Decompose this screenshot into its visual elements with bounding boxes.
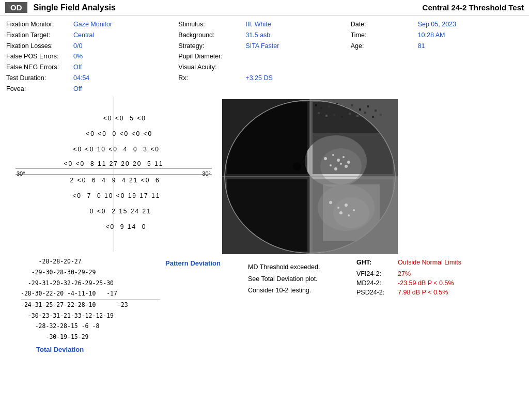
psd-label: PSD24-2: [356,289,398,296]
md-label: MD24-2: [356,279,398,287]
age-row: Age: 81 [351,41,523,51]
svg-point-29 [345,204,348,207]
fixation-monitor-value: Gaze Monitor [73,20,112,29]
md-message-panel: MD Threshold exceeded. See Total Deviati… [232,256,346,353]
rx-value: +3.25 DS [245,73,272,83]
svg-point-28 [337,207,339,209]
date-value: Sep 05, 2023 [418,20,456,29]
svg-rect-45 [341,116,343,118]
svg-rect-50 [380,114,382,116]
ght-label: GHT: [356,259,398,266]
background-value: 31.5 asb [245,30,270,40]
vf-plot-container: 30° 30° [222,99,398,254]
visual-field-plot-panel: 30° 30° [222,97,524,254]
md-row: MD24-2: -23.59 dB P < 0.5% [356,279,524,287]
time-row: Time: 10:28 AM [351,30,523,40]
eye-label: OD [5,2,27,13]
threshold-row-4: <0 <0 8 11 27 20 20 5 11 [15,160,212,169]
svg-rect-33 [315,104,317,106]
md-message-line1: MD Threshold exceeded. [248,261,341,273]
fixation-losses-row: Fixation Losses: 0/0 [6,41,178,51]
false-pos-label: False POS Errors: [6,52,73,61]
dev-row-4: -28-30-22-20 -4-11-10 -17 [21,288,160,300]
pupil-diameter-label: Pupil Diameter: [178,52,245,61]
axis-30-left: 30° [17,170,25,177]
fixation-monitor-label: Fixation Monitor: [6,20,73,29]
axis-30-right: 30° [202,170,211,177]
strategy-label: Strategy: [178,41,245,51]
visual-acuity-row: Visual Acuity: [178,63,350,72]
ght-row: GHT: Outside Normal Limits [356,259,524,266]
dev-row-7: -28-32-28-15 -6 -8 [21,321,160,332]
info-col-1: Fixation Monitor: Gaze Monitor Fixation … [6,20,178,95]
vf-grayscale-svg [222,99,398,254]
stimulus-row: Stimulus: III, White [178,20,350,29]
date-row: Date: Sep 05, 2023 [351,20,523,29]
threshold-row-1: <0 <0 5 <0 [15,115,212,122]
stimulus-label: Stimulus: [178,20,245,29]
info-col-2: Stimulus: III, White Background: 31.5 as… [178,20,350,95]
background-label: Background: [178,30,245,40]
dev-row-5: -24-31-25-27-22-28-10 -23 [21,300,160,310]
strategy-row: Strategy: SITA Faster [178,41,350,51]
svg-point-32 [348,214,350,216]
md-message-line2: See Total Deviation plot. [248,273,341,285]
strategy-value: SITA Faster [245,41,279,51]
background-row: Background: 31.5 asb [178,30,350,40]
dev-row-6: -30-23-31-21-33-12-12-19 [21,310,160,321]
bottom-section: -28-28-20-27 -29-30-28-30-29-29 -29-31-2… [0,254,529,353]
age-label: Age: [351,41,418,51]
test-type-title: Central 24-2 Threshold Test [423,3,524,12]
stats-panel: GHT: Outside Normal Limits VFI24-2: 27% … [346,256,524,353]
vfi-label: VFI24-2: [356,270,398,277]
false-neg-value: Off [73,63,82,72]
total-deviation-panel: -28-28-20-27 -29-30-28-30-29-29 -29-31-2… [5,256,160,353]
svg-point-23 [330,164,332,166]
rx-row: Rx: +3.25 DS [178,73,350,83]
fovea-value: Off [73,84,82,94]
svg-point-19 [332,154,334,156]
fixation-target-row: Fixation Target: Central [6,30,178,40]
total-deviation-label: Total Deviation [5,346,160,353]
info-section: Fixation Monitor: Gaze Monitor Fixation … [0,15,529,97]
svg-point-25 [340,163,342,165]
md-message-line3: Consider 10-2 testing. [248,285,341,297]
dev-row-1: -28-28-20-27 [21,256,160,267]
svg-point-26 [345,165,348,168]
analysis-title: Single Field Analysis [34,3,423,12]
visual-acuity-label: Visual Acuity: [178,63,245,72]
svg-point-20 [337,159,340,162]
vfi-value: 27% [398,270,411,277]
svg-rect-43 [325,115,328,117]
svg-rect-46 [349,113,351,115]
svg-rect-34 [320,107,322,109]
rx-label: Rx: [178,73,245,83]
false-pos-value: 0% [73,52,83,61]
threshold-row-6: <0 7 0 10 <0 19 17 11 [15,192,212,199]
pattern-deviation-label: Pattern Deviation [165,259,232,267]
time-label: Time: [351,30,418,40]
threshold-grid-panel: 30° 30° <0 <0 5 <0 <0 <0 0 <0 <0 <0 <0 <… [5,97,222,254]
test-duration-value: 04:54 [73,73,89,83]
svg-point-31 [339,211,343,214]
time-value: 10:28 AM [418,30,445,40]
fixation-target-value: Central [73,30,94,40]
svg-rect-39 [359,108,361,111]
deviation-numbers: -28-28-20-27 -29-30-28-30-29-29 -29-31-2… [5,256,160,343]
threshold-row-2: <0 <0 0 <0 <0 <0 [15,130,212,137]
test-duration-row: Test Duration: 04:54 [6,73,178,83]
dev-row-8: -30-19-15-29 [21,332,160,343]
fixation-target-label: Fixation Target: [6,30,73,40]
age-value: 81 [418,41,425,51]
svg-point-30 [353,209,355,211]
svg-point-24 [334,167,337,170]
false-neg-label: False NEG Errors: [6,63,73,72]
psd-row: PSD24-2: 7.98 dB P < 0.5% [356,289,524,296]
fovea-label: Fovea: [6,84,73,94]
threshold-row-7: 0 <0 2 15 24 21 [15,208,212,215]
dev-row-2: -29-30-28-30-29-29 [21,267,160,278]
dev-row-3: -29-31-20-32-26-29-25-30 [21,278,160,289]
threshold-row-5: 2 <0 6 4 9 4 21 <0 6 [15,177,212,184]
svg-rect-14 [313,133,393,174]
ght-value: Outside Normal Limits [398,259,461,266]
